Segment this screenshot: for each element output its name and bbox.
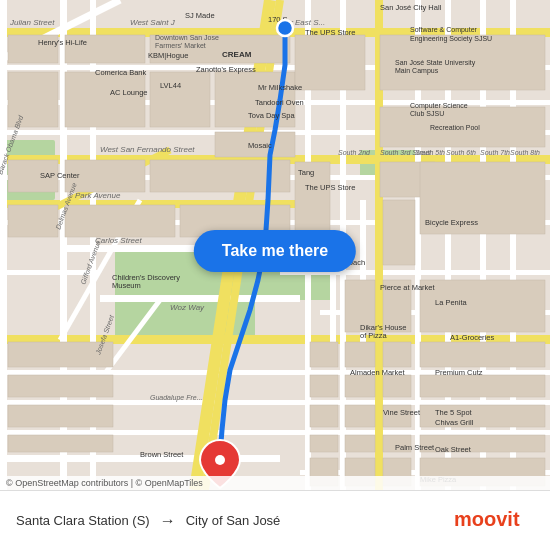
svg-rect-62	[420, 162, 545, 234]
svg-text:Museum: Museum	[112, 281, 141, 290]
svg-text:Gifford Avenue: Gifford Avenue	[79, 239, 101, 285]
svg-rect-13	[0, 100, 550, 105]
map-container: Julian Street West Saint J East S... Wes…	[0, 0, 550, 490]
svg-text:La Penita: La Penita	[435, 298, 468, 307]
svg-text:SAP Center: SAP Center	[40, 171, 80, 180]
svg-text:South 6th: South 6th	[446, 149, 476, 156]
svg-text:Chivas Grill: Chivas Grill	[435, 418, 474, 427]
svg-text:West Saint J: West Saint J	[130, 18, 176, 27]
svg-rect-25	[60, 0, 67, 490]
svg-text:Henry's Hi-Life: Henry's Hi-Life	[38, 38, 87, 47]
svg-text:Comerica Bank: Comerica Bank	[95, 68, 147, 77]
moovit-logo: moovit	[454, 504, 534, 537]
svg-rect-6	[0, 155, 550, 164]
svg-line-38	[0, 0, 120, 60]
svg-line-40	[60, 200, 140, 340]
svg-rect-46	[150, 35, 290, 63]
svg-rect-4	[360, 150, 420, 180]
svg-rect-82	[310, 435, 338, 452]
svg-rect-33	[445, 0, 451, 490]
svg-rect-14	[0, 130, 550, 135]
svg-rect-79	[345, 405, 375, 427]
svg-text:Children's Discovery: Children's Discovery	[112, 273, 180, 282]
svg-rect-45	[65, 72, 145, 127]
svg-rect-63	[345, 280, 375, 332]
svg-text:Josefa Street: Josefa Street	[94, 313, 115, 356]
svg-text:Zanotto's Express: Zanotto's Express	[196, 65, 256, 74]
svg-rect-44	[65, 35, 145, 63]
svg-rect-35	[510, 0, 516, 490]
svg-text:Carlos Street: Carlos Street	[95, 236, 142, 245]
svg-rect-81	[420, 405, 545, 427]
svg-text:South 2nd: South 2nd	[338, 149, 371, 156]
svg-rect-9	[100, 295, 300, 302]
svg-rect-17	[0, 270, 100, 275]
svg-rect-71	[8, 375, 113, 397]
svg-text:South 8th: South 8th	[510, 149, 540, 156]
svg-text:CREAM: CREAM	[222, 50, 252, 59]
svg-rect-2	[0, 140, 55, 200]
svg-rect-5	[0, 28, 550, 37]
svg-rect-26	[90, 0, 96, 490]
svg-text:The 5 Spot: The 5 Spot	[435, 408, 473, 417]
svg-text:LVL44: LVL44	[160, 81, 181, 90]
moovit-text: moovit	[454, 504, 534, 537]
svg-rect-78	[310, 405, 338, 427]
svg-rect-55	[65, 160, 145, 192]
svg-text:moovit: moovit	[454, 508, 520, 530]
svg-rect-66	[420, 342, 545, 367]
svg-rect-22	[0, 430, 550, 435]
svg-text:Vine Street: Vine Street	[383, 408, 421, 417]
svg-rect-19	[320, 310, 550, 315]
svg-text:Mr Milkshake: Mr Milkshake	[258, 83, 302, 92]
svg-rect-61	[383, 200, 415, 265]
svg-text:Tandoori Oven: Tandoori Oven	[255, 98, 304, 107]
svg-text:Brown Street: Brown Street	[140, 450, 184, 459]
svg-point-153	[277, 20, 293, 36]
svg-text:The UPS Store: The UPS Store	[305, 183, 355, 192]
svg-rect-80	[383, 405, 411, 427]
svg-rect-34	[480, 0, 486, 490]
svg-rect-50	[380, 35, 545, 90]
svg-rect-16	[0, 220, 550, 225]
svg-rect-60	[295, 162, 330, 234]
svg-text:San José State University: San José State University	[395, 59, 476, 67]
svg-rect-84	[383, 435, 411, 452]
svg-point-154	[215, 455, 225, 465]
svg-rect-85	[420, 435, 545, 452]
svg-rect-70	[8, 342, 113, 367]
svg-text:Woz Way: Woz Way	[170, 303, 205, 312]
svg-text:Julian Street: Julian Street	[9, 18, 55, 27]
svg-rect-77	[420, 375, 545, 397]
svg-rect-47	[150, 72, 210, 127]
svg-rect-23	[300, 470, 550, 475]
svg-text:Dikar's House: Dikar's House	[360, 323, 406, 332]
svg-text:Park Avenue: Park Avenue	[75, 191, 121, 200]
svg-text:SJ Made: SJ Made	[185, 11, 215, 20]
svg-rect-69	[310, 342, 338, 367]
svg-text:West San Fernando Street: West San Fernando Street	[100, 145, 195, 154]
svg-line-41	[100, 300, 160, 380]
route-to: City of San José	[186, 513, 281, 528]
svg-rect-83	[345, 435, 375, 452]
svg-rect-49	[295, 35, 365, 90]
svg-line-39	[30, 150, 170, 220]
svg-text:of Pizza: of Pizza	[360, 331, 388, 340]
svg-text:Barack Obama Blvd: Barack Obama Blvd	[0, 113, 25, 175]
svg-text:Pierce at Market: Pierce at Market	[380, 283, 436, 292]
svg-rect-68	[383, 342, 411, 367]
attribution-text: © OpenStreetMap contributors | © OpenMap…	[6, 478, 203, 488]
svg-rect-51	[380, 107, 545, 147]
svg-rect-64	[383, 280, 411, 332]
svg-text:South 7th: South 7th	[480, 149, 510, 156]
svg-rect-32	[415, 0, 421, 490]
svg-text:A1-Groceries: A1-Groceries	[450, 333, 494, 342]
svg-rect-15	[0, 175, 550, 180]
take-me-there-button[interactable]: Take me there	[194, 230, 356, 272]
svg-rect-31	[375, 0, 383, 490]
svg-text:Bicycle Express: Bicycle Express	[425, 218, 478, 227]
svg-text:Almaden Market: Almaden Market	[350, 368, 406, 377]
bottom-bar: Santa Clara Station (S) → City of San Jo…	[0, 490, 550, 550]
svg-rect-72	[8, 405, 113, 427]
svg-text:Engineering Society SJSU: Engineering Society SJSU	[410, 35, 492, 43]
